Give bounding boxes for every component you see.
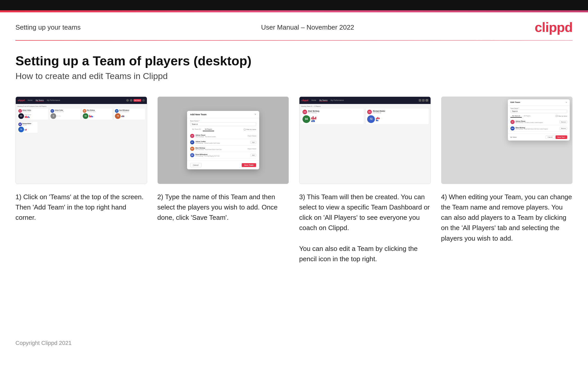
s4-footer-buttons: Cancel Save Team <box>545 135 567 139</box>
page-title: Setting up a Team of players (desktop) <box>15 54 573 68</box>
s1-nav-home: Home <box>28 99 33 101</box>
s1-p4-club: The Dog Maging Golf <box>119 111 129 112</box>
s2-player-row-1: AP Adrian Player Plus Handicap · The Shi… <box>190 133 256 139</box>
s3-p2-score: 72 <box>367 115 375 123</box>
s1-content: Viewing 5 out of 8 players from: All Pla… <box>16 104 147 135</box>
s4-filter: Filter by name <box>556 115 567 118</box>
s4-modal-header: Edit Team × <box>508 99 570 106</box>
s3-p2-name: Richard Butler <box>373 110 385 112</box>
s3-p2-avatar: RB <box>367 110 372 114</box>
header: Setting up your teams User Manual – Nove… <box>0 12 588 40</box>
footer: Copyright Clippd 2021 <box>0 340 87 357</box>
s1-info-row: Viewing 5 out of 8 players from: All Pla… <box>17 106 145 107</box>
s4-modal: Edit Team × Team Name * Team A My Team (… <box>508 99 570 141</box>
s2-team-name-input[interactable]: Team A <box>190 122 256 126</box>
s4-p2-info: Blair McHarg Plus Handicap · Royal North… <box>516 127 559 130</box>
s2-p4-add-btn[interactable]: Add <box>250 154 256 157</box>
s2-p2-add-btn[interactable]: Add <box>250 141 256 144</box>
s2-player-row-3: BM Blair McHarg Plus Handicap · Royal No… <box>190 146 256 152</box>
s3-logo: clippd <box>301 99 308 102</box>
s1-p2-score: 0 <box>51 113 56 119</box>
header-manual-title: User Manual – November 2022 <box>261 23 354 31</box>
s4-team-name-input[interactable]: Team A <box>510 110 567 113</box>
s4-p2-remove-btn[interactable]: Remove <box>560 127 567 130</box>
s1-p3-club: Royal North Devon <box>87 111 96 112</box>
s2-p1-info: Adrian Player Plus Handicap · The Shires… <box>196 134 246 137</box>
step-4-text: 4) When editing your Team, you can chang… <box>441 192 573 243</box>
s1-p3-score: 94 <box>83 113 88 119</box>
s4-trash-icon: 🗑 <box>510 136 512 138</box>
step-1-card: clippd Home My Teams My Performance Add … <box>15 97 147 264</box>
s4-p1-remove-btn[interactable]: Remove <box>560 120 567 124</box>
s2-filter-label: Filter by name <box>246 129 256 130</box>
s2-filter-checkbox[interactable] <box>244 129 246 130</box>
steps-grid: clippd Home My Teams My Performance Add … <box>15 97 573 264</box>
s4-modal-footer: 🗑 Delete Cancel Save Team <box>508 134 570 141</box>
s2-p3-avatar: BM <box>190 147 194 151</box>
step-4-screenshot: Edit Team × Team Name * Team A My Team (… <box>441 97 573 184</box>
s2-player-row-4: DB Dave Billingham 3.5 Handicap · The Do… <box>190 152 256 159</box>
s4-modal-body: Team Name * Team A My Team (2) All Playe… <box>508 106 570 134</box>
s4-p1-avatar: AP <box>510 120 515 124</box>
s4-p2-club: Plus Handicap · Royal North Devon Golf C… <box>516 128 559 130</box>
s2-tab-all-players[interactable]: All Players <box>203 128 214 131</box>
copyright-text: Copyright Clippd 2021 <box>15 340 72 346</box>
s2-modal-header: Add New Team × <box>187 111 259 118</box>
s3-player-2: RB Richard Butler Plus Handicap 72 <box>366 108 429 125</box>
s2-p1-status: Player Added <box>248 135 256 137</box>
s4-close-icon[interactable]: × <box>566 101 567 104</box>
s1-p1-score: 84 <box>18 113 24 119</box>
s2-player-row-2: AC Adrian Coliba 1.5 Handicap · Central … <box>190 139 256 146</box>
s3-p1-bars <box>311 116 363 122</box>
s1-p5-club: Golf Club <box>22 124 31 126</box>
s4-filter-label: Filter by name <box>558 115 567 117</box>
s4-tab-my-team[interactable]: My Team (2) <box>510 115 522 118</box>
step-1-screenshot: clippd Home My Teams My Performance Add … <box>15 97 147 184</box>
s4-delete-label: Delete <box>513 136 517 138</box>
s3-content: Viewing Team A — 2 Players BM Blair McHa… <box>299 104 431 126</box>
accent-stripe <box>0 10 588 12</box>
s1-player-1: AC Adrian Collins The Shires London 84 P… <box>17 108 48 120</box>
s4-filter-checkbox[interactable] <box>556 115 558 117</box>
s3-p1-score: 94 <box>303 115 310 123</box>
s2-modal-title: Add New Team <box>190 113 207 116</box>
s2-backdrop: Add New Team × Team Name * Team A My Tea… <box>158 97 289 184</box>
s4-team-name-label: Team Name * <box>510 108 567 109</box>
s2-p3-club: Plus Handicap · Royal North Devon Golf C… <box>196 149 246 150</box>
s4-modal-title: Edit Team <box>510 101 520 103</box>
s2-p4-avatar: DB <box>190 153 194 157</box>
s2-modal: Add New Team × Team Name * Team A My Tea… <box>187 111 259 169</box>
s2-modal-footer: Cancel Save Team <box>187 161 259 169</box>
s2-close-icon[interactable]: × <box>255 113 256 116</box>
s4-delete-button[interactable]: 🗑 Delete <box>510 136 517 138</box>
top-bar <box>0 0 588 10</box>
s3-player-1: BM Blair McHarg Plus Handicap 94 <box>301 108 364 125</box>
s1-p5-score: 72 <box>18 127 24 132</box>
step-3-card: clippd Home My Teams My Performance View… <box>299 97 431 264</box>
s4-cancel-button[interactable]: Cancel <box>545 135 555 139</box>
s3-p1-header: BM Blair McHarg Plus Handicap <box>303 110 363 114</box>
s2-save-button[interactable]: Save Team <box>242 163 256 167</box>
s4-save-button[interactable]: Save Team <box>556 135 567 139</box>
s3-p2-bars <box>376 117 427 121</box>
s1-p1-avatar: AC <box>18 109 22 113</box>
step-3-text: 3) This Team will then be created. You c… <box>299 192 431 264</box>
s2-p4-info: Dave Billingham 3.5 Handicap · The Dog M… <box>196 154 249 157</box>
s3-p2-club: Plus Handicap <box>373 112 385 113</box>
s4-tab-all-players[interactable]: All Players <box>522 115 532 118</box>
s2-filter: Filter by name <box>244 128 256 131</box>
s3-topbar: clippd Home My Teams My Performance <box>299 97 431 104</box>
s4-player-row-1: AP Adrian Player Plus Handicap · The Shi… <box>510 119 567 125</box>
s2-p3-status: Player Added <box>248 148 256 150</box>
s1-p4-score: 78 <box>115 113 121 119</box>
s3-nav-perf: My Performance <box>331 99 344 101</box>
s2-cancel-button[interactable]: Cancel <box>190 163 201 167</box>
clippd-logo: clippd <box>535 20 573 35</box>
s3-p1-score-row: 94 <box>303 115 363 123</box>
s1-p5-avatar: RB <box>18 123 22 126</box>
s2-player-list: AP Adrian Player Plus Handicap · The Shi… <box>190 133 256 159</box>
s1-players-grid: AC Adrian Collins The Shires London 84 P… <box>17 108 145 120</box>
s2-tab-my-team[interactable]: My Team (2) <box>190 128 203 131</box>
s3-info-row: Viewing Team A — 2 Players <box>301 106 429 107</box>
s2-p2-club: 1.5 Handicap · Central London Golf Centr… <box>196 142 249 144</box>
